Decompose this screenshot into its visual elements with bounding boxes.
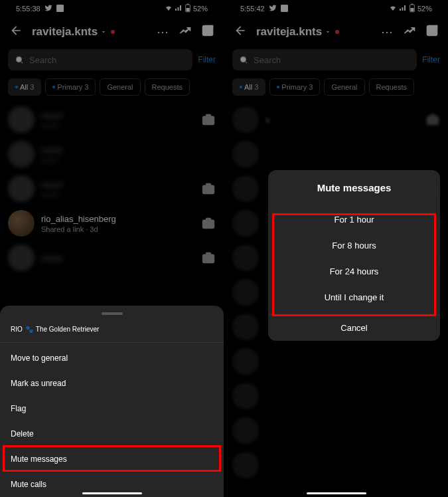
sheet-handle[interactable] (102, 312, 123, 315)
mute-modal: Mute messages For 1 hour For 8 hours For… (268, 170, 440, 341)
sheet-flag[interactable]: Flag (0, 396, 224, 421)
screen-left: 5:55:38 52% raviteja.knts (0, 0, 224, 497)
cancel-button[interactable]: Cancel (268, 314, 440, 341)
nav-bar[interactable] (82, 492, 142, 494)
sheet-delete[interactable]: Delete (0, 421, 224, 447)
modal-title: Mute messages (268, 170, 440, 207)
sheet-move-general[interactable]: Move to general (0, 346, 224, 371)
sheet-mark-unread[interactable]: Mark as unread (0, 371, 224, 396)
mute-8-hours[interactable]: For 8 hours (268, 233, 440, 258)
nav-bar[interactable] (307, 492, 366, 494)
sheet-mute-messages[interactable]: Mute messages (0, 447, 224, 472)
bottom-sheet: RIO 🐾 The Golden Retriever Move to gener… (0, 306, 224, 497)
paw-icon: 🐾 (25, 326, 33, 333)
mute-24-hours[interactable]: For 24 hours (268, 258, 440, 284)
mute-1-hour[interactable]: For 1 hour (268, 207, 440, 233)
mute-until-change[interactable]: Until I change it (268, 284, 440, 310)
sheet-title: RIO 🐾 The Golden Retriever (0, 323, 224, 340)
screen-right: 5:55:42 52% raviteja.knts (224, 0, 448, 497)
